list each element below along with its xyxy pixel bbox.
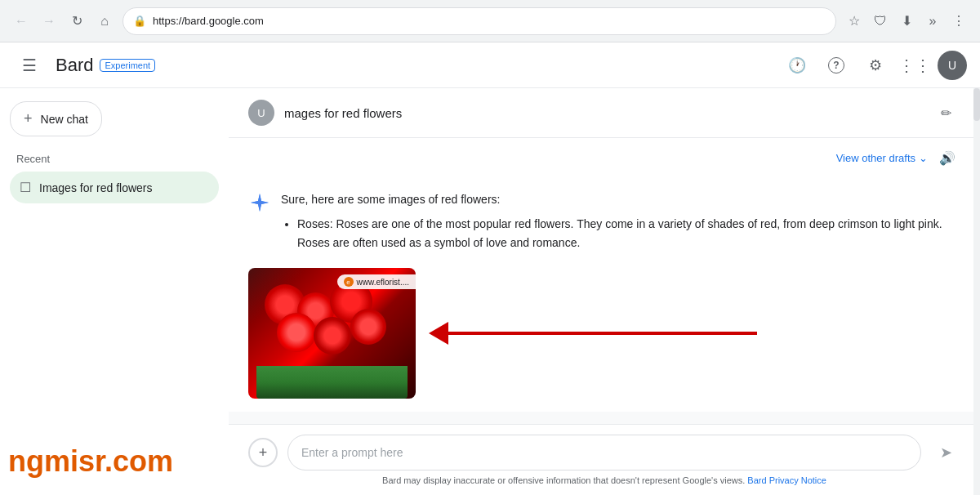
red-arrow	[429, 322, 960, 345]
new-chat-button[interactable]: + New chat	[10, 101, 102, 136]
back-button[interactable]: ←	[10, 10, 33, 33]
recent-label: Recent	[10, 149, 219, 168]
edit-chat-button[interactable]: ✏	[931, 98, 960, 127]
send-icon: ➤	[940, 444, 952, 462]
new-chat-label: New chat	[41, 113, 88, 126]
arrow-line	[447, 332, 757, 335]
arrow-head	[429, 322, 448, 345]
browser-right-icons: ☆ 🛡 ⬇ » ⋮	[843, 10, 970, 33]
experiment-badge: Experiment	[100, 59, 155, 72]
app-logo-text: Bard	[56, 55, 93, 76]
shield-button[interactable]: 🛡	[869, 10, 892, 33]
flower-image-container[interactable]: e www.eflorist....	[248, 268, 416, 399]
scroll-track[interactable]	[973, 88, 980, 495]
add-icon: +	[259, 444, 268, 462]
disclaimer-text: Bard may display inaccurate or offensive…	[382, 475, 745, 485]
view-other-drafts-button[interactable]: View other drafts ⌄	[836, 152, 928, 164]
new-chat-plus-icon: +	[24, 110, 33, 127]
hamburger-button[interactable]: ☰	[13, 49, 46, 82]
avatar[interactable]: U	[938, 51, 967, 80]
sidebar-item-images-red-flowers[interactable]: ☐ Images for red flowers	[10, 172, 219, 203]
input-area: + ➤ Bard may display inaccurate or offen…	[229, 424, 980, 495]
sidebar-content: + New chat Recent ☐ Images for red flowe…	[0, 88, 229, 216]
address-bar[interactable]: 🔒 https://bard.google.com	[122, 7, 836, 35]
rose-6	[350, 309, 386, 345]
help-button[interactable]: ?	[820, 49, 853, 82]
star-button[interactable]: ☆	[843, 10, 866, 33]
chat-history-icon: ☐	[20, 180, 31, 195]
chat-header: U mages for red flowers ✏	[229, 88, 980, 138]
user-avatar: U	[248, 100, 274, 126]
list-item: Roses: Roses are one of the most popular…	[297, 215, 960, 252]
recent-item-label: Images for red flowers	[39, 181, 153, 194]
view-other-drafts-label: View other drafts	[836, 152, 915, 164]
chat-area[interactable]: U mages for red flowers ✏ View other dra…	[229, 88, 980, 424]
chevron-down-icon: ⌄	[919, 152, 928, 164]
history-button[interactable]: 🕐	[781, 49, 813, 82]
app-container: ☰ Bard Experiment 🕐 ? ⚙ ⋮⋮ U	[0, 42, 980, 495]
source-url: www.eflorist....	[357, 278, 409, 287]
app-logo: Bard Experiment	[56, 55, 155, 76]
settings-icon: ⚙	[869, 56, 882, 74]
refresh-button[interactable]: ↻	[65, 10, 88, 33]
forward-button[interactable]: →	[38, 10, 60, 33]
menu-button[interactable]: ⋮	[947, 10, 970, 33]
rose-4	[277, 313, 316, 352]
browser-chrome: ← → ↻ ⌂ 🔒 https://bard.google.com ☆ 🛡 ⬇ …	[0, 0, 980, 42]
disclaimer-link[interactable]: Bard Privacy Notice	[747, 475, 826, 485]
help-icon: ?	[828, 57, 844, 74]
response-header: Sure, here are some images of red flower…	[248, 190, 960, 258]
edit-icon: ✏	[941, 105, 951, 121]
download-button[interactable]: ⬇	[895, 10, 918, 33]
rose-5	[314, 317, 351, 355]
avatar-text: U	[948, 59, 956, 72]
url-display: https://bard.google.com	[153, 15, 826, 27]
disclaimer: Bard may display inaccurate or offensive…	[248, 475, 960, 488]
volume-button[interactable]: 🔊	[934, 145, 960, 171]
apps-icon: ⋮⋮	[898, 56, 931, 75]
volume-icon: 🔊	[939, 150, 956, 166]
input-row: + ➤	[248, 435, 960, 470]
sidebar: + New chat Recent ☐ Images for red flowe…	[0, 42, 229, 495]
send-button[interactable]: ➤	[931, 438, 960, 467]
add-attachment-button[interactable]: +	[248, 438, 278, 467]
leaves	[256, 366, 408, 399]
item-title: Roses	[297, 217, 330, 230]
response-list: Roses: Roses are one of the most popular…	[281, 215, 960, 252]
drafts-bar: View other drafts ⌄ 🔊	[229, 138, 980, 177]
source-favicon: e	[344, 277, 354, 287]
apps-button[interactable]: ⋮⋮	[898, 49, 931, 82]
app-header: ☰ Bard Experiment 🕐 ? ⚙ ⋮⋮ U	[0, 42, 980, 88]
response-intro-text: Sure, here are some images of red flower…	[281, 193, 500, 206]
prompt-input[interactable]	[287, 435, 921, 470]
bard-sparkle-icon	[248, 192, 271, 215]
chat-title: mages for red flowers	[284, 106, 921, 120]
image-source-badge[interactable]: e www.eflorist....	[337, 274, 416, 289]
security-icon: 🔒	[133, 15, 146, 27]
image-section: e www.eflorist....	[248, 268, 960, 399]
main-content: U mages for red flowers ✏ View other dra…	[229, 42, 980, 495]
response-area: Sure, here are some images of red flower…	[229, 177, 980, 412]
home-button[interactable]: ⌂	[93, 10, 116, 33]
response-intro: Sure, here are some images of red flower…	[281, 190, 960, 258]
browser-nav-icons: ← → ↻ ⌂	[10, 10, 116, 33]
scroll-thumb	[973, 88, 980, 121]
history-icon: 🕐	[788, 56, 806, 74]
header-right: 🕐 ? ⚙ ⋮⋮ U	[781, 49, 967, 82]
extensions-button[interactable]: »	[921, 10, 944, 33]
settings-button[interactable]: ⚙	[859, 49, 892, 82]
item-text: Roses are one of the most popular red fl…	[297, 217, 942, 248]
